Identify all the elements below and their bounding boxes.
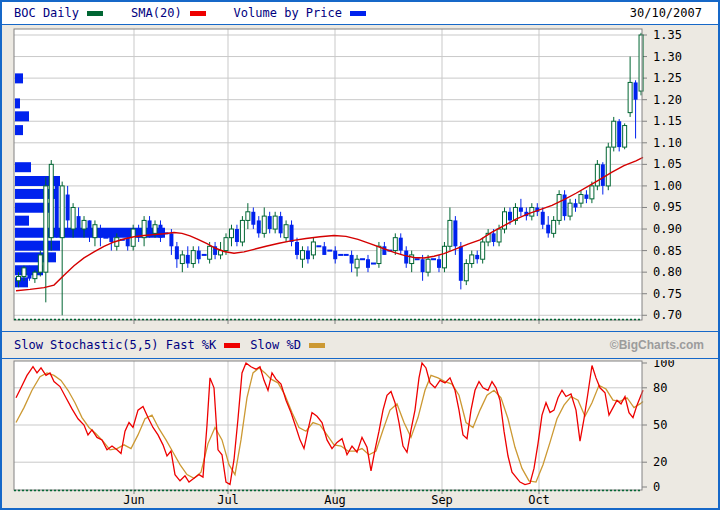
svg-text:0.95: 0.95 (653, 200, 682, 214)
svg-text:1.35: 1.35 (653, 28, 682, 42)
legend-item-sma: SMA(20) (131, 6, 206, 20)
svg-text:1.10: 1.10 (653, 136, 682, 150)
sma-label: SMA(20) (131, 6, 182, 20)
svg-text:1.05: 1.05 (653, 157, 682, 171)
slow-d-label: Slow %D (250, 338, 301, 352)
chart-date: 30/10/2007 (630, 6, 702, 20)
legend-item-series: BOC Daily (14, 6, 103, 20)
sma-swatch-icon (190, 11, 206, 16)
svg-text:50: 50 (653, 418, 667, 432)
svg-text:0.90: 0.90 (653, 222, 682, 236)
svg-text:80: 80 (653, 381, 667, 395)
main-legend: BOC Daily SMA(20) Volume by Price 30/10/… (2, 2, 718, 24)
svg-text:0.85: 0.85 (653, 244, 682, 258)
svg-text:Oct: Oct (528, 493, 550, 507)
svg-text:0.80: 0.80 (653, 265, 682, 279)
vbp-swatch-icon (350, 11, 366, 16)
divider-mid-bottom (2, 358, 718, 359)
legend-item-fast-k: Slow Stochastic(5,5) Fast %K (14, 338, 240, 352)
bigcharts-copyright: ©BigCharts.com (610, 338, 704, 352)
svg-text:Sep: Sep (431, 493, 453, 507)
stochastic-label: Slow Stochastic(5,5) Fast %K (14, 338, 216, 352)
legend-item-slow-d: Slow %D (250, 338, 325, 352)
slow-d-swatch-icon (309, 343, 325, 348)
series-label: BOC Daily (14, 6, 79, 20)
svg-text:1.00: 1.00 (653, 179, 682, 193)
svg-text:Aug: Aug (324, 493, 346, 507)
svg-text:1.25: 1.25 (653, 71, 682, 85)
svg-text:Jun: Jun (123, 493, 145, 507)
price-chart: 1.351.301.251.201.151.101.051.000.950.90… (13, 28, 713, 324)
svg-text:0: 0 (653, 480, 660, 494)
series-swatch-icon (87, 11, 103, 16)
svg-text:Jul: Jul (217, 493, 239, 507)
stochastic-chart: 1008050200JunJulAugSepOct (13, 360, 713, 508)
svg-text:1.30: 1.30 (653, 50, 682, 64)
chart-frame: BOC Daily SMA(20) Volume by Price 30/10/… (0, 0, 720, 510)
legend-item-vbp: Volume by Price (234, 6, 366, 20)
divider-top (2, 24, 718, 25)
svg-text:0.75: 0.75 (653, 287, 682, 301)
svg-text:0.70: 0.70 (653, 308, 682, 322)
svg-text:100: 100 (653, 360, 675, 370)
stochastic-legend: Slow Stochastic(5,5) Fast %K Slow %D ©Bi… (2, 332, 718, 358)
svg-text:1.15: 1.15 (653, 114, 682, 128)
vbp-label: Volume by Price (234, 6, 342, 20)
svg-text:1.20: 1.20 (653, 93, 682, 107)
fast-k-swatch-icon (224, 343, 240, 348)
svg-text:20: 20 (653, 455, 667, 469)
